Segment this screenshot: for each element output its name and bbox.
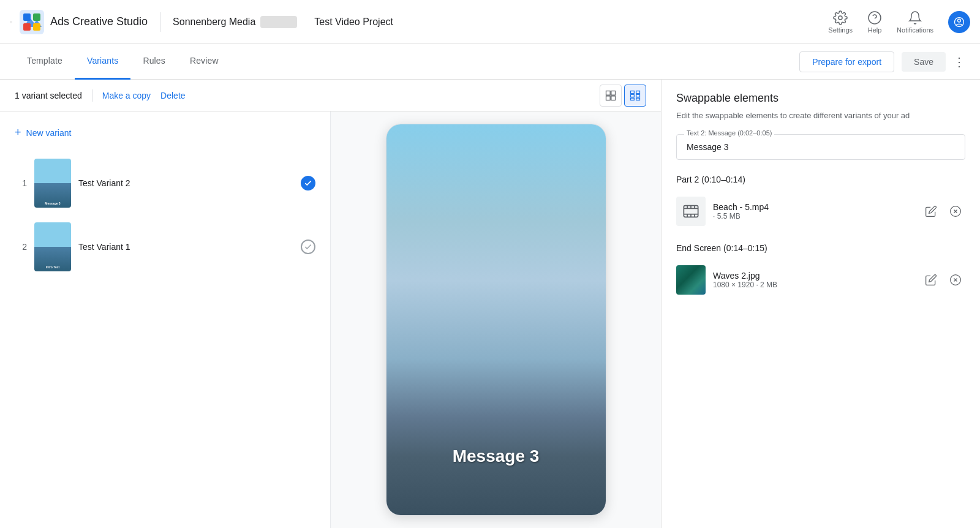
variant-thumb-1: Message 3 [34, 159, 71, 208]
part2-media-actions [921, 202, 965, 221]
end-screen-media-name: Waves 2.jpg [713, 271, 914, 281]
end-screen-media-meta: 1080 × 1920 · 2 MB [713, 281, 914, 289]
variant-check-active-1[interactable] [301, 176, 315, 190]
notifications-label: Notifications [897, 26, 933, 34]
variant-thumb-2: Intro Text [34, 222, 71, 271]
text-field-wrapper: Text 2: Message (0:02–0:05) Message 3 [676, 134, 965, 160]
plus-icon: + [15, 126, 21, 139]
header-divider [160, 12, 160, 32]
grid-view-button[interactable] [624, 85, 646, 107]
part2-media-info: Beach - 5.mp4 · 5.5 MB [713, 202, 914, 221]
project-name: Test Video Project [314, 17, 393, 28]
end-screen-remove-button[interactable] [946, 270, 965, 290]
user-avatar[interactable] [948, 11, 970, 33]
tab-actions: Prepare for export Save ⋮ [799, 51, 965, 72]
help-icon [867, 10, 882, 25]
left-panel: 1 variant selected Make a copy Delete [0, 80, 662, 528]
swappable-elements-description: Edit the swappable elements to create di… [676, 110, 965, 122]
logo-icon [20, 10, 44, 34]
settings-icon [833, 10, 848, 25]
svg-rect-14 [636, 94, 640, 97]
new-variant-button[interactable]: + New variant [15, 121, 315, 151]
header: Ads Creative Studio Sonnenberg Media Tes… [0, 0, 980, 44]
part2-media-name: Beach - 5.mp4 [713, 202, 914, 212]
text-field-label: Text 2: Message (0:02–0:05) [684, 129, 774, 137]
settings-button[interactable]: Settings [828, 10, 853, 34]
help-label: Help [868, 26, 882, 34]
svg-rect-15 [631, 98, 635, 100]
swappable-elements-title: Swappable elements [676, 92, 965, 105]
end-screen-section: End Screen (0:14–0:15) Waves 2.jpg 1080 … [676, 243, 965, 300]
video-background: Message 3 [386, 124, 606, 515]
tab-review[interactable]: Review [178, 44, 231, 80]
toolbar-divider [92, 89, 92, 102]
variant-number-2: 2 [15, 242, 27, 252]
more-icon: ⋮ [953, 55, 965, 69]
settings-label: Settings [828, 26, 853, 34]
edit-icon [925, 205, 937, 217]
grid-view-icon [629, 89, 641, 102]
part2-media-icon [676, 197, 706, 226]
svg-rect-11 [631, 91, 635, 93]
more-options-button[interactable]: ⋮ [953, 55, 965, 69]
svg-point-5 [869, 12, 881, 24]
tab-template[interactable]: Template [15, 44, 75, 80]
svg-rect-7 [606, 91, 611, 95]
variant-thumb-text-1: Message 3 [45, 202, 60, 208]
part2-remove-button[interactable] [946, 202, 965, 221]
text-field-value[interactable]: Message 3 [687, 142, 955, 152]
variant-selected-count: 1 variant selected [15, 91, 82, 100]
save-button[interactable]: Save [902, 52, 946, 72]
avatar-icon [953, 16, 965, 28]
svg-rect-16 [636, 98, 640, 100]
notifications-button[interactable]: Notifications [897, 10, 933, 34]
make-copy-button[interactable]: Make a copy [102, 91, 151, 100]
tab-rules[interactable]: Rules [130, 44, 178, 80]
end-screen-edit-button[interactable] [921, 270, 941, 290]
variant-number-1: 1 [15, 178, 27, 188]
edit-icon-2 [925, 274, 937, 286]
svg-rect-4 [33, 23, 40, 31]
main-content: 1 variant selected Make a copy Delete [0, 80, 980, 528]
org-name: Sonnenberg Media [173, 17, 255, 28]
text-field-section: Text 2: Message (0:02–0:05) Message 3 [676, 134, 965, 160]
part2-edit-button[interactable] [921, 202, 941, 221]
svg-rect-10 [611, 96, 616, 100]
view-toggle [600, 85, 646, 107]
app-name: Ads Creative Studio [50, 15, 148, 28]
delete-button[interactable]: Delete [160, 91, 185, 100]
table-view-button[interactable] [600, 85, 622, 107]
variant-item-1[interactable]: 1 Message 3 Test Variant 2 [15, 151, 315, 215]
table-view-icon [605, 89, 617, 102]
help-button[interactable]: Help [867, 10, 882, 34]
svg-rect-8 [611, 91, 616, 95]
svg-rect-9 [606, 96, 611, 100]
remove-icon-2 [949, 274, 962, 286]
back-button[interactable] [10, 21, 12, 23]
variant-content: + New variant 1 Message 3 Test Variant 2 [0, 111, 661, 528]
part2-media-item: Beach - 5.mp4 · 5.5 MB [676, 192, 965, 231]
notifications-icon [908, 10, 922, 25]
film-icon [682, 203, 699, 220]
part2-media-meta: · 5.5 MB [713, 212, 914, 221]
end-screen-media-info: Waves 2.jpg 1080 × 1920 · 2 MB [713, 271, 914, 289]
header-actions: Settings Help Notifications [828, 10, 970, 34]
video-preview: Message 3 [331, 111, 661, 528]
right-panel: Swappable elements Edit the swappable el… [662, 80, 980, 528]
variant-toolbar: 1 variant selected Make a copy Delete [0, 80, 661, 111]
svg-rect-2 [33, 13, 40, 21]
end-screen-media-actions [921, 270, 965, 290]
check-icon-2 [304, 243, 312, 251]
new-variant-label: New variant [26, 128, 72, 138]
variant-thumb-text-2: Intro Text [46, 265, 59, 271]
tab-variants[interactable]: Variants [75, 44, 130, 80]
org-info: Sonnenberg Media [173, 16, 297, 28]
variant-list: + New variant 1 Message 3 Test Variant 2 [0, 111, 331, 528]
svg-rect-12 [636, 91, 640, 93]
svg-rect-13 [631, 94, 635, 97]
prepare-export-button[interactable]: Prepare for export [799, 51, 894, 72]
variant-check-inactive-2[interactable] [301, 239, 315, 254]
variant-name-2: Test Variant 1 [78, 242, 293, 252]
variant-item-2[interactable]: 2 Intro Text Test Variant 1 [15, 215, 315, 279]
remove-icon [949, 205, 962, 217]
